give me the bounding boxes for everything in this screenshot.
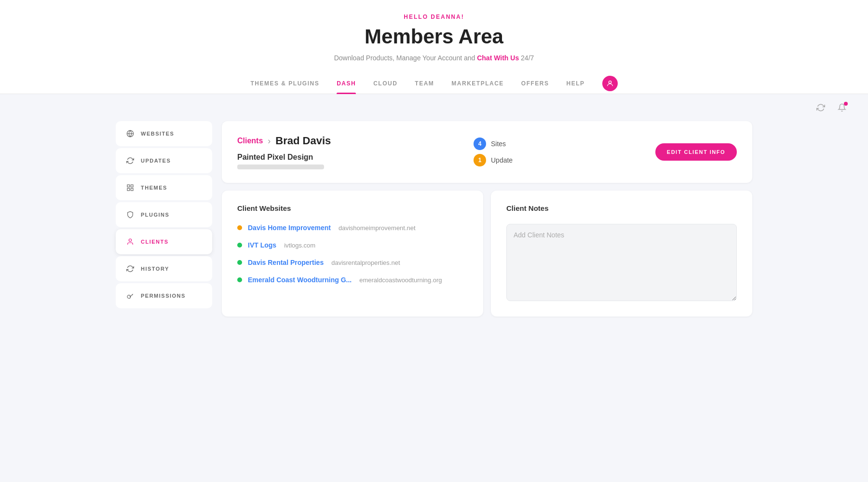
nav-dash[interactable]: DASH xyxy=(337,73,356,94)
sidebar-plugins-label: PLUGINS xyxy=(141,212,169,218)
sidebar-websites-label: WEBSITES xyxy=(141,131,174,137)
sidebar: WEBSITES UPDATES THEMES PLUGINS CLIENTS xyxy=(116,121,212,317)
nav-marketplace[interactable]: MARKETPLACE xyxy=(451,73,504,94)
svg-rect-5 xyxy=(127,188,130,191)
website-item-1: Davis Home Improvement davishomeimprovem… xyxy=(237,224,468,232)
breadcrumb-arrow: › xyxy=(268,136,271,146)
website-url-3: davisrentalproperties.net xyxy=(331,259,400,266)
nav-team[interactable]: TEAM xyxy=(415,73,434,94)
nav-cloud[interactable]: CLOUD xyxy=(373,73,397,94)
svg-rect-6 xyxy=(131,188,133,191)
sidebar-item-permissions[interactable]: PERMISSIONS xyxy=(116,283,212,308)
user-avatar[interactable] xyxy=(602,76,618,91)
client-email-blurred xyxy=(237,165,324,169)
status-dot-2 xyxy=(237,243,242,248)
sidebar-item-plugins[interactable]: PLUGINS xyxy=(116,202,212,227)
notification-dot xyxy=(844,102,848,106)
bottom-cards: Client Websites Davis Home Improvement d… xyxy=(222,191,752,317)
sidebar-item-clients[interactable]: CLIENTS xyxy=(116,229,212,254)
update-badge: 1 xyxy=(474,154,486,166)
sidebar-item-updates[interactable]: UPDATES xyxy=(116,148,212,173)
client-header-card: Clients › Brad Davis Painted Pixel Desig… xyxy=(222,121,752,183)
client-websites-card: Client Websites Davis Home Improvement d… xyxy=(222,191,483,317)
website-name-2[interactable]: IVT Logs xyxy=(248,241,276,249)
clock-icon xyxy=(125,264,135,274)
subtitle-suffix: 24/7 xyxy=(521,54,534,62)
client-notes-textarea[interactable] xyxy=(506,224,737,301)
toolbar-row xyxy=(0,94,868,121)
page-title: Members Area xyxy=(10,25,858,48)
subtitle-text: Download Products, Manage Your Account a… xyxy=(334,54,475,62)
client-company-name: Painted Pixel Design xyxy=(237,153,331,162)
shield-icon xyxy=(125,210,135,220)
status-dot-1 xyxy=(237,225,242,230)
status-dot-4 xyxy=(237,277,242,282)
status-dot-3 xyxy=(237,260,242,265)
website-name-1[interactable]: Davis Home Improvement xyxy=(248,224,331,232)
page-header: HELLO DEANNA! Members Area Download Prod… xyxy=(0,0,868,94)
grid-icon xyxy=(125,183,135,193)
update-stat: 1 Update xyxy=(474,154,513,166)
breadcrumb-clients-link[interactable]: Clients xyxy=(237,137,263,145)
svg-point-0 xyxy=(609,81,611,83)
website-item-4: Emerald Coast Woodturning G... emeraldco… xyxy=(237,276,468,284)
user-sidebar-icon xyxy=(125,237,135,247)
content-area: Clients › Brad Davis Painted Pixel Desig… xyxy=(222,121,752,317)
sidebar-permissions-label: PERMISSIONS xyxy=(141,293,186,299)
refresh-icon[interactable] xyxy=(814,101,827,114)
edit-client-button[interactable]: EDIT CLIENT INFO xyxy=(655,143,737,161)
svg-rect-4 xyxy=(131,185,133,187)
main-container: WEBSITES UPDATES THEMES PLUGINS CLIENTS xyxy=(96,121,772,336)
notification-icon[interactable] xyxy=(835,101,849,114)
sidebar-item-history[interactable]: HISTORY xyxy=(116,256,212,281)
nav-help[interactable]: HELP xyxy=(567,73,585,94)
client-websites-title: Client Websites xyxy=(237,204,468,212)
client-notes-title: Client Notes xyxy=(506,204,737,212)
refresh-sidebar-icon xyxy=(125,156,135,165)
website-item-3: Davis Rental Properties davisrentalprope… xyxy=(237,259,468,266)
website-url-2: ivtlogs.com xyxy=(284,242,315,249)
sidebar-item-websites[interactable]: WEBSITES xyxy=(116,121,212,146)
svg-point-7 xyxy=(129,239,131,241)
client-stats: 4 Sites 1 Update xyxy=(474,138,513,166)
nav-offers[interactable]: OFFERS xyxy=(521,73,549,94)
website-item-2: IVT Logs ivtlogs.com xyxy=(237,241,468,249)
update-label: Update xyxy=(491,156,513,164)
chat-link[interactable]: Chat With Us xyxy=(477,54,519,62)
website-name-4[interactable]: Emerald Coast Woodturning G... xyxy=(248,276,352,284)
client-info-left: Clients › Brad Davis Painted Pixel Desig… xyxy=(237,135,331,169)
page-subtitle: Download Products, Manage Your Account a… xyxy=(10,54,858,62)
breadcrumb-current: Brad Davis xyxy=(275,135,331,147)
breadcrumb: Clients › Brad Davis xyxy=(237,135,331,147)
sites-label: Sites xyxy=(491,140,506,148)
hello-greeting: HELLO DEANNA! xyxy=(10,14,858,20)
sidebar-history-label: HISTORY xyxy=(141,266,169,272)
nav-themes-plugins[interactable]: THEMES & PLUGINS xyxy=(250,73,319,94)
svg-rect-3 xyxy=(127,185,130,187)
sites-badge: 4 xyxy=(474,138,486,150)
website-url-4: emeraldcoastwoodturning.org xyxy=(359,276,442,284)
main-nav: THEMES & PLUGINS DASH CLOUD TEAM MARKETP… xyxy=(10,73,858,94)
globe-icon xyxy=(125,129,135,138)
key-icon xyxy=(125,291,135,301)
website-url-1: davishomeimprovement.net xyxy=(339,224,416,232)
client-notes-card: Client Notes xyxy=(491,191,752,317)
sidebar-updates-label: UPDATES xyxy=(141,158,171,164)
sidebar-item-themes[interactable]: THEMES xyxy=(116,175,212,200)
website-name-3[interactable]: Davis Rental Properties xyxy=(248,259,324,266)
sidebar-clients-label: CLIENTS xyxy=(141,239,169,245)
sidebar-themes-label: THEMES xyxy=(141,185,167,191)
sites-stat: 4 Sites xyxy=(474,138,506,150)
